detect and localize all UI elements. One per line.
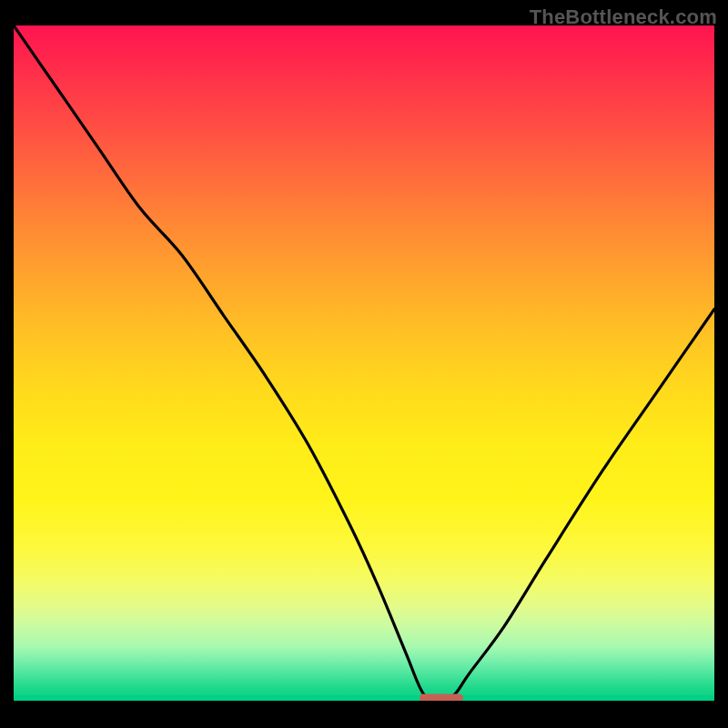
minimum-marker — [420, 694, 463, 702]
plot-area — [14, 25, 714, 701]
chart-frame: TheBottleneck.com — [0, 0, 728, 728]
bottleneck-curve — [14, 25, 714, 701]
watermark-text: TheBottleneck.com — [530, 5, 717, 29]
